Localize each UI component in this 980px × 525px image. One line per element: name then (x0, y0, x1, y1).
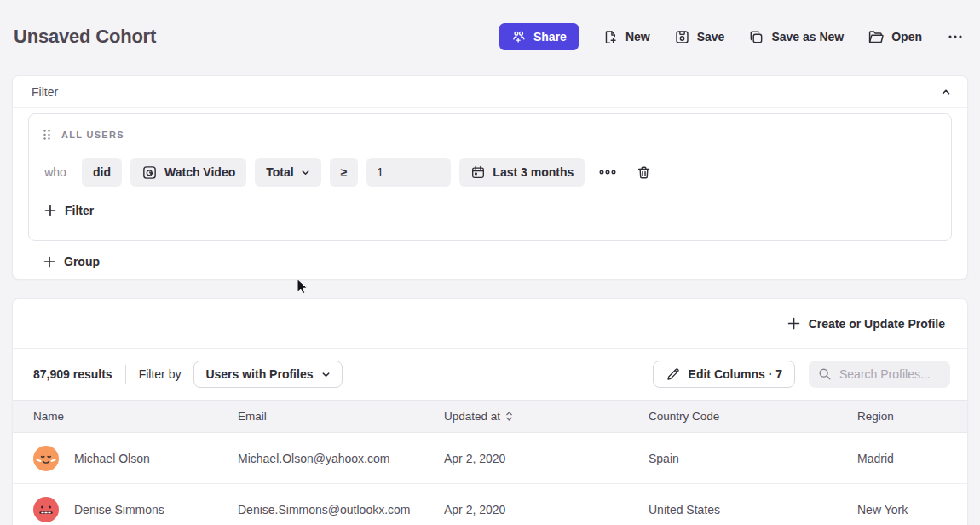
who-label: who (43, 165, 68, 179)
column-header-name[interactable]: Name (33, 410, 238, 423)
add-group-button[interactable]: Group (42, 255, 101, 268)
filter-panel-title: Filter (32, 85, 58, 99)
operator-selector[interactable]: ≥ (330, 158, 359, 187)
avatar-face (33, 497, 59, 522)
share-users-icon (511, 29, 527, 44)
profile-name: Michael Olson (74, 452, 150, 465)
name-cell: Michael Olson (33, 446, 238, 471)
column-header-name-label: Name (33, 410, 64, 423)
chevron-down-icon (301, 168, 310, 177)
column-header-country-code[interactable]: Country Code (649, 410, 857, 423)
edit-columns-label: Edit Columns · 7 (689, 367, 782, 381)
date-range-selector[interactable]: Last 3 months (459, 158, 585, 187)
profile-email: Michael.Olson@yahoox.com (238, 452, 444, 465)
results-toolbar-right: Edit Columns · 7 (653, 361, 950, 388)
create-profile-row: Create or Update Profile (13, 299, 967, 349)
delete-clause-trash-icon[interactable] (634, 163, 654, 182)
event-selector[interactable]: Watch Video (130, 158, 246, 187)
pencil-icon (666, 367, 680, 382)
value-input[interactable] (366, 158, 451, 187)
aggregation-selector[interactable]: Total (255, 158, 320, 187)
share-button-label: Share (533, 30, 567, 43)
save-button-label: Save (697, 30, 725, 43)
vertical-divider (125, 365, 126, 384)
aggregation-label: Total (266, 165, 293, 179)
new-file-icon (602, 29, 619, 45)
event-label: Watch Video (164, 165, 235, 179)
save-as-new-button-label: Save as New (771, 30, 844, 43)
new-button[interactable]: New (602, 29, 650, 45)
plus-icon (43, 256, 55, 268)
calendar-icon (470, 164, 486, 180)
profile-name: Denise Simmons (74, 503, 164, 516)
add-group-label: Group (64, 255, 100, 268)
results-count: 87,909 results (33, 367, 112, 381)
search-icon (818, 367, 832, 381)
results-toolbar: 87,909 results Filter by Users with Prof… (13, 349, 967, 400)
more-options-icon[interactable] (946, 27, 965, 46)
column-header-updated-at[interactable]: Updated at (444, 410, 649, 423)
save-icon (674, 29, 690, 45)
top-bar: Unsaved Cohort Share New (0, 0, 980, 65)
column-header-country-code-label: Country Code (649, 410, 719, 423)
plus-icon (44, 205, 56, 216)
profile-region: Madrid (857, 452, 967, 465)
date-range-label: Last 3 months (493, 165, 574, 179)
mouse-cursor (296, 278, 308, 296)
search-profiles-box (809, 361, 950, 388)
column-header-email-label: Email (238, 410, 267, 423)
profile-country-code: Spain (649, 452, 857, 465)
add-filter-button[interactable]: Filter (43, 204, 95, 217)
profile-updated-at: Apr 2, 2020 (444, 452, 649, 465)
operator-label: ≥ (341, 165, 348, 179)
new-button-label: New (625, 30, 650, 43)
create-or-update-profile-label: Create or Update Profile (809, 317, 945, 331)
collapse-chevron-up-icon[interactable] (938, 84, 954, 100)
share-button[interactable]: Share (499, 23, 579, 50)
profile-country-code: United States (649, 503, 857, 516)
save-as-new-button[interactable]: Save as New (748, 29, 844, 45)
toolbar: Share New Save (499, 23, 965, 50)
drag-handle-icon[interactable] (43, 129, 51, 141)
did-label: did (93, 165, 111, 179)
table-header: Name Email Updated at Country Code Regio… (13, 400, 967, 433)
column-header-region[interactable]: Region (857, 410, 967, 423)
avatar-face (33, 446, 59, 471)
edit-columns-button[interactable]: Edit Columns · 7 (653, 361, 795, 388)
create-or-update-profile-button[interactable]: Create or Update Profile (787, 317, 945, 331)
profile-email: Denise.Simmons@outlookx.com (238, 503, 444, 516)
event-click-icon (141, 164, 158, 181)
add-filter-label: Filter (65, 204, 94, 217)
copy-icon (748, 29, 764, 45)
name-cell: Denise Simmons (33, 497, 238, 522)
clause-more-options-icon[interactable] (597, 166, 619, 178)
avatar (33, 446, 59, 471)
plus-icon (787, 317, 800, 330)
filter-group-header: ALL USERS (43, 126, 937, 143)
avatar (33, 497, 59, 522)
chevron-down-icon (321, 370, 331, 379)
column-header-updated-at-label: Updated at (444, 410, 500, 423)
profiles-panel: Create or Update Profile 87,909 results … (12, 298, 968, 525)
profiles-filter-dropdown[interactable]: Users with Profiles (193, 361, 343, 388)
table-row[interactable]: Denise Simmons Denise.Simmons@outlookx.c… (13, 484, 967, 525)
search-profiles-input[interactable] (839, 367, 941, 381)
folder-open-icon (868, 28, 885, 45)
filter-group: ALL USERS who did Watch Video Total (28, 113, 952, 241)
all-users-label: ALL USERS (61, 130, 124, 140)
table-row[interactable]: Michael Olson Michael.Olson@yahoox.com A… (13, 433, 967, 484)
sort-icon[interactable] (505, 411, 513, 422)
open-button[interactable]: Open (868, 28, 922, 45)
column-header-region-label: Region (857, 410, 894, 423)
page-title: Unsaved Cohort (14, 26, 156, 48)
column-header-email[interactable]: Email (238, 410, 444, 423)
profile-updated-at: Apr 2, 2020 (444, 503, 649, 516)
filter-panel-header: Filter (13, 76, 967, 108)
profile-region: New York (857, 503, 967, 516)
did-selector[interactable]: did (82, 158, 122, 187)
filter-by-label: Filter by (139, 367, 182, 381)
results-toolbar-left: 87,909 results Filter by Users with Prof… (33, 361, 343, 388)
save-button[interactable]: Save (674, 29, 725, 45)
open-button-label: Open (891, 30, 922, 43)
profiles-filter-label: Users with Profiles (205, 367, 313, 381)
